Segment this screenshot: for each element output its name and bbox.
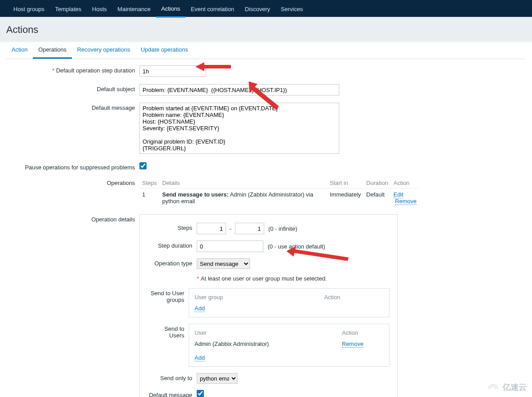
input-default-step-duration[interactable]: [139, 65, 206, 77]
checkbox-default-message[interactable]: [197, 390, 204, 397]
step-separator: -: [230, 225, 231, 232]
th-ug-action: Action: [322, 292, 385, 302]
add-user[interactable]: Add: [195, 354, 205, 361]
top-nav: Host groups Templates Hosts Maintenance …: [0, 0, 532, 17]
ops-th-action: Action: [391, 178, 419, 188]
input-step-duration[interactable]: [197, 241, 263, 252]
input-step-from[interactable]: [197, 223, 226, 234]
ops-th-steps: Steps: [139, 178, 159, 188]
hint-steps: (0 - infinite): [268, 225, 297, 232]
th-user-group: User group: [193, 292, 322, 302]
nav-discovery[interactable]: Discovery: [239, 2, 275, 17]
users-table: User Action Admin (Zabbix Administrator)…: [189, 324, 389, 367]
operation-details-panel: Steps - (0 - infinite) Step duration (0 …: [139, 214, 398, 397]
nav-host-groups[interactable]: Host groups: [8, 2, 50, 17]
d-label-send-groups: Send to User groups: [148, 288, 189, 303]
ops-th-startin: Start in: [327, 178, 364, 188]
op-row-duration: Default: [364, 188, 391, 208]
ops-th-duration: Duration: [364, 178, 391, 188]
d-label-default-msg: Default message: [148, 390, 197, 397]
label-operations: Operations: [6, 178, 139, 186]
operations-row: 1 Send message to users: Admin (Zabbix A…: [139, 188, 419, 208]
th-user: User: [193, 328, 339, 338]
selection-warning: *At least one user or user group must be…: [197, 275, 327, 282]
d-label-step-duration: Step duration: [148, 241, 197, 249]
user-groups-table: User group Action Add: [189, 288, 389, 317]
nav-templates[interactable]: Templates: [50, 2, 87, 17]
nav-event-correlation[interactable]: Event correlation: [186, 2, 240, 17]
checkbox-pause-operations[interactable]: [139, 162, 147, 169]
select-operation-type[interactable]: Send message: [197, 258, 250, 269]
form-area: * Default operation step duration Defaul…: [0, 59, 532, 397]
d-label-send-only-to: Send only to: [148, 373, 197, 381]
ops-th-details: Details: [159, 178, 327, 188]
op-row-details: Send message to users: Admin (Zabbix Adm…: [159, 188, 327, 208]
nav-hosts[interactable]: Hosts: [87, 2, 112, 17]
nav-actions[interactable]: Actions: [156, 1, 186, 18]
d-label-steps: Steps: [148, 223, 197, 231]
user-row-remove[interactable]: Remove: [342, 341, 363, 348]
op-row-startin: Immediately: [327, 188, 364, 208]
tab-recovery-operations[interactable]: Recovery operations: [72, 42, 135, 59]
select-send-only-to[interactable]: python email: [197, 373, 238, 384]
tab-operations[interactable]: Operations: [33, 42, 72, 59]
d-label-send-users: Send to Users: [148, 324, 189, 339]
label-default-step-duration: * Default operation step duration: [6, 65, 139, 74]
d-label-op-type: Operation type: [148, 258, 197, 267]
label-default-subject: Default subject: [6, 84, 139, 92]
th-user-action: Action: [340, 328, 385, 338]
user-row: Admin (Zabbix Administrator) Remove: [193, 339, 385, 349]
watermark: 亿速云: [487, 382, 527, 393]
hint-step-duration: (0 - use action default): [268, 243, 325, 250]
nav-services[interactable]: Services: [275, 2, 308, 17]
op-row-steps: 1: [139, 188, 159, 208]
tabs: Action Operations Recovery operations Up…: [6, 42, 526, 59]
operations-table: Steps Details Start in Duration Action 1…: [139, 178, 419, 207]
nav-maintenance[interactable]: Maintenance: [112, 2, 156, 17]
input-default-subject[interactable]: [139, 84, 339, 96]
label-pause-operations: Pause operations for suppressed problems: [6, 162, 139, 171]
op-row-remove[interactable]: Remove: [395, 198, 417, 205]
tab-update-operations[interactable]: Update operations: [135, 42, 193, 59]
add-user-group[interactable]: Add: [195, 305, 205, 312]
label-op-details: Operation details: [6, 214, 139, 223]
tab-action[interactable]: Action: [6, 42, 33, 59]
op-row-edit[interactable]: Edit: [393, 191, 403, 198]
label-default-message: Default message: [6, 103, 139, 111]
input-step-to[interactable]: [235, 223, 264, 234]
textarea-default-message[interactable]: [139, 103, 339, 154]
page-title: Actions: [0, 17, 532, 42]
user-row-name: Admin (Zabbix Administrator): [193, 339, 339, 349]
